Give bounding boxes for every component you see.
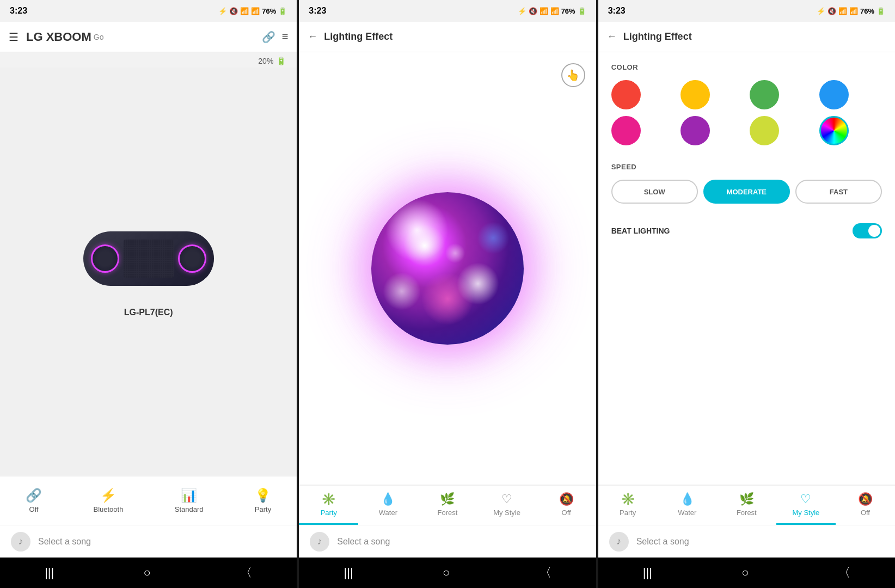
color-lime[interactable]: [750, 116, 779, 145]
party-label: Party: [255, 505, 271, 513]
mystyle-tab-label-3: My Style: [792, 509, 819, 517]
nav-off[interactable]: 🔗 Off: [26, 488, 42, 513]
water-tab-label-3: Water: [678, 509, 696, 517]
nav-bluetooth[interactable]: ⚡ Bluetooth: [93, 488, 123, 513]
song-bar-1[interactable]: ♪ Select a song: [0, 525, 297, 558]
mystyle-tab-icon-3: ♡: [800, 492, 811, 506]
bluetooth-status-icon-2: ⚡: [518, 7, 526, 15]
color-purple[interactable]: [681, 116, 710, 145]
app-title: LG XBOOM: [26, 30, 91, 44]
beat-lighting-row: BEAT LIGHTING: [611, 219, 882, 243]
off-label: Off: [29, 505, 39, 513]
wifi-icon-2: 📶: [540, 7, 548, 15]
off-tab-label-2: Off: [562, 509, 571, 517]
nav-party[interactable]: 💡 Party: [255, 488, 271, 513]
nav-standard[interactable]: 📊 Standard: [175, 488, 204, 513]
back-icon-3[interactable]: ←: [607, 31, 617, 42]
speed-section-title: SPEED: [611, 163, 882, 171]
tab-party-3[interactable]: ✳️ Party: [598, 486, 658, 525]
battery-icon-2: 🔋: [578, 7, 586, 15]
back-btn-3[interactable]: |||: [643, 566, 652, 580]
device-battery-value: 20%: [258, 57, 273, 65]
speed-moderate[interactable]: MODERATE: [703, 180, 790, 204]
touch-icon[interactable]: 👆: [561, 63, 585, 87]
bottom-nav-1: 🔗 Off ⚡ Bluetooth 📊 Standard 💡 Party: [0, 476, 297, 525]
home-btn-3[interactable]: ○: [741, 566, 749, 580]
menu-icon[interactable]: ≡: [282, 30, 289, 44]
music-icon-1: ♪: [11, 532, 30, 552]
song-label-2: Select a song: [337, 537, 390, 547]
lighting-tabs-2: ✳️ Party 💧 Water 🌿 Forest ♡ My Style 🔕 O…: [299, 485, 596, 525]
back-btn-2[interactable]: |||: [344, 566, 353, 580]
color-pink[interactable]: [611, 116, 641, 145]
mystyle-tab-icon-2: ♡: [501, 492, 512, 506]
speaker-body: [83, 231, 214, 286]
recents-btn-3[interactable]: 〈: [838, 565, 850, 581]
status-icons-2: ⚡ 🔇 📶 📶 76% 🔋: [518, 7, 586, 15]
connect-icon[interactable]: 🔗: [262, 30, 275, 44]
color-green[interactable]: [750, 80, 779, 109]
home-nav-1: ||| ○ 〈: [0, 558, 297, 588]
color-rainbow[interactable]: [819, 116, 849, 145]
color-blue[interactable]: [819, 80, 849, 109]
bluetooth-nav-icon: ⚡: [100, 488, 117, 503]
back-btn-1[interactable]: |||: [45, 566, 54, 580]
recents-btn-1[interactable]: 〈: [240, 565, 252, 581]
time-1: 3:23: [10, 6, 27, 16]
page-title-2: Lighting Effect: [324, 31, 393, 42]
home-btn-1[interactable]: ○: [144, 566, 151, 580]
lighting-tabs-3: ✳️ Party 💧 Water 🌿 Forest ♡ My Style 🔕 O…: [598, 485, 895, 525]
hamburger-icon[interactable]: ☰: [9, 30, 19, 44]
battery-2: 76%: [561, 7, 575, 15]
wifi-icon: 📶: [240, 7, 249, 15]
home-btn-2[interactable]: ○: [443, 566, 450, 580]
back-icon-2[interactable]: ←: [308, 31, 317, 42]
color-yellow[interactable]: [681, 80, 710, 109]
speed-fast[interactable]: FAST: [795, 180, 882, 204]
tab-mystyle-3[interactable]: ♡ My Style: [776, 486, 836, 525]
device-battery-row: 20% 🔋: [0, 52, 297, 68]
mystyle-tab-label-2: My Style: [493, 509, 520, 517]
off-tab-icon-3: 🔕: [858, 492, 873, 506]
app-logo: ☰ LG XBOOM Go: [9, 30, 262, 44]
signal-icon-2: 📶: [550, 7, 559, 15]
tab-off-3[interactable]: 🔕 Off: [836, 486, 895, 525]
recents-btn-2[interactable]: 〈: [540, 565, 551, 581]
speed-slow[interactable]: SLOW: [611, 180, 698, 204]
speed-section: SPEED SLOW MODERATE FAST: [611, 163, 882, 204]
status-bar-2: 3:23 ⚡ 🔇 📶 📶 76% 🔋: [299, 0, 596, 22]
tab-forest-3[interactable]: 🌿 Forest: [717, 486, 776, 525]
status-bar-1: 3:23 ⚡ 🔇 📶 📶 76% 🔋: [0, 0, 297, 22]
tab-forest-2[interactable]: 🌿 Forest: [418, 486, 477, 525]
bluetooth-status-icon: ⚡: [218, 7, 227, 15]
top-bar-1: ☰ LG XBOOM Go 🔗 ≡: [0, 22, 297, 52]
speaker-image: [78, 226, 219, 291]
color-grid: [611, 80, 882, 145]
song-bar-3[interactable]: ♪ Select a song: [598, 525, 895, 558]
tab-water-3[interactable]: 💧 Water: [658, 486, 717, 525]
tab-party-2[interactable]: ✳️ Party: [299, 486, 358, 525]
top-bar-2: ← Lighting Effect: [299, 22, 596, 52]
music-icon-2: ♪: [310, 532, 329, 552]
color-red[interactable]: [611, 80, 641, 109]
song-bar-2[interactable]: ♪ Select a song: [299, 525, 596, 558]
bluetooth-label: Bluetooth: [93, 505, 123, 513]
party-tab-icon-2: ✳️: [321, 492, 336, 506]
tab-off-2[interactable]: 🔕 Off: [537, 486, 596, 525]
off-icon: 🔗: [26, 488, 42, 503]
song-label-1: Select a song: [38, 537, 91, 547]
color-section-title: COLOR: [611, 63, 882, 71]
water-tab-icon-2: 💧: [381, 492, 395, 506]
tab-mystyle-2[interactable]: ♡ My Style: [477, 486, 537, 525]
party-tab-label-2: Party: [321, 509, 337, 517]
party-icon: 💡: [255, 488, 271, 503]
top-bar-3: ← Lighting Effect: [598, 22, 895, 52]
beat-lighting-toggle[interactable]: [853, 223, 882, 238]
music-icon-3: ♪: [609, 532, 629, 552]
tab-water-2[interactable]: 💧 Water: [358, 486, 418, 525]
speaker-name: LG-PL7(EC): [124, 308, 173, 317]
mute-icon-2: 🔇: [529, 7, 537, 15]
top-bar-actions: 🔗 ≡: [262, 30, 289, 44]
panel-main: 3:23 ⚡ 🔇 📶 📶 76% 🔋 ☰ LG XBOOM Go 🔗 ≡ 20%…: [0, 0, 297, 588]
lighting-content: 👆: [299, 52, 596, 485]
